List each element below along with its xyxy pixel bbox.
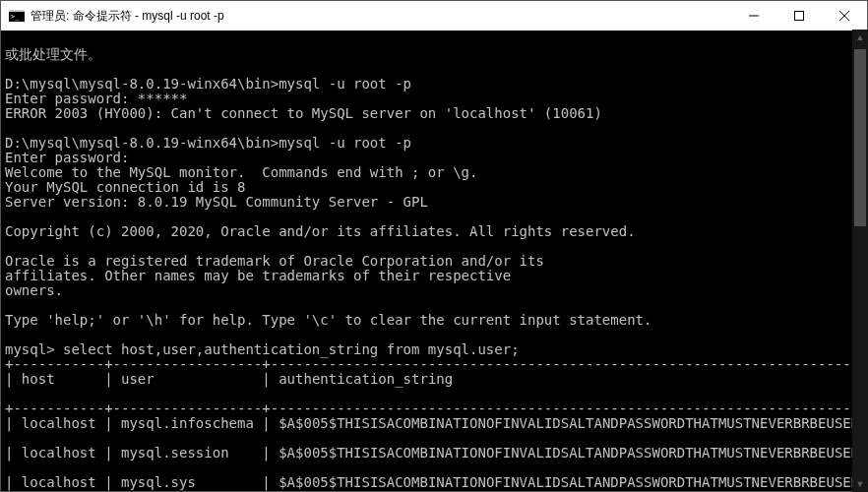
terminal-line: Oracle is a registered trademark of Orac… bbox=[5, 253, 544, 269]
cell-auth: | $A$005$THISISACOMBINATIONOFINVALIDSALT… bbox=[262, 416, 867, 431]
svg-rect-1 bbox=[9, 10, 25, 12]
vertical-scrollbar[interactable]: ▲ ▼ bbox=[852, 30, 868, 492]
cell-host: | localhost bbox=[5, 446, 104, 461]
svg-rect-4 bbox=[795, 12, 804, 21]
terminal-line: Copyright (c) 2000, 2020, Oracle and/or … bbox=[5, 223, 636, 239]
col-host: | host bbox=[5, 372, 104, 387]
cell-user: | mysql.session bbox=[104, 446, 262, 461]
cell-user: | mysql.sys bbox=[104, 475, 262, 490]
table-row: | localhost | mysql.session | $A$005$THI… bbox=[5, 446, 863, 461]
cmd-icon: >_ bbox=[9, 10, 25, 22]
cell-host: | localhost bbox=[5, 475, 104, 490]
cell-auth: | $A$005$THISISACOMBINATIONOFINVALIDSALT… bbox=[262, 475, 867, 490]
cmd-window: >_ 管理员: 命令提示符 - mysql -u root -p 或批处理文件。… bbox=[0, 0, 868, 492]
window-controls bbox=[731, 1, 867, 31]
terminal-line: ERROR 2003 (HY000): Can't connect to MyS… bbox=[5, 105, 602, 121]
terminal-area[interactable]: 或批处理文件。 D:\mysql\mysql-8.0.19-winx64\bin… bbox=[1, 31, 867, 491]
terminal-line: Server version: 8.0.19 MySQL Community S… bbox=[5, 194, 428, 210]
table-row: | localhost | mysql.infoschema | $A$005$… bbox=[5, 416, 863, 431]
minimize-button[interactable] bbox=[731, 1, 776, 31]
terminal-line: Enter password: ****** bbox=[5, 91, 187, 106]
terminal-line: Welcome to the MySQL monitor. Commands e… bbox=[5, 164, 477, 180]
scrollbar-thumb[interactable] bbox=[854, 49, 866, 226]
terminal-line: Your MySQL connection id is 8 bbox=[5, 179, 245, 195]
table-border: +-----------+------------------+--------… bbox=[5, 400, 867, 416]
table-border: +-----------+------------------+--------… bbox=[5, 356, 867, 372]
window-title: 管理员: 命令提示符 - mysql -u root -p bbox=[31, 8, 731, 25]
terminal-line: D:\mysql\mysql-8.0.19-winx64\bin>mysql -… bbox=[5, 135, 411, 151]
scroll-down-icon[interactable]: ▼ bbox=[852, 476, 868, 492]
col-user: | user bbox=[104, 372, 262, 387]
col-auth: | authentication_string | bbox=[262, 372, 867, 387]
titlebar[interactable]: >_ 管理员: 命令提示符 - mysql -u root -p bbox=[1, 1, 867, 31]
scroll-up-icon[interactable]: ▲ bbox=[852, 30, 868, 45]
terminal-line: Type 'help;' or '\h' for help. Type '\c'… bbox=[5, 312, 651, 328]
close-button[interactable] bbox=[822, 1, 867, 31]
maximize-button[interactable] bbox=[776, 1, 822, 31]
table-row: | localhost | mysql.sys | $A$005$THISISA… bbox=[5, 475, 863, 490]
table-header-row: | host | user | authentication_string | bbox=[5, 372, 863, 387]
terminal-line: owners. bbox=[5, 282, 63, 298]
cell-host: | localhost bbox=[5, 416, 104, 431]
terminal-line: 或批处理文件。 bbox=[5, 46, 101, 62]
svg-text:>_: >_ bbox=[11, 13, 20, 21]
terminal-line: D:\mysql\mysql-8.0.19-winx64\bin>mysql -… bbox=[5, 76, 411, 92]
cell-auth: | $A$005$THISISACOMBINATIONOFINVALIDSALT… bbox=[262, 446, 867, 461]
cell-user: | mysql.infoschema bbox=[104, 416, 262, 431]
terminal-line: affiliates. Other names may be trademark… bbox=[5, 268, 511, 283]
terminal-line: mysql> select host,user,authentication_s… bbox=[5, 341, 520, 357]
terminal-line: Enter password: bbox=[5, 150, 129, 165]
